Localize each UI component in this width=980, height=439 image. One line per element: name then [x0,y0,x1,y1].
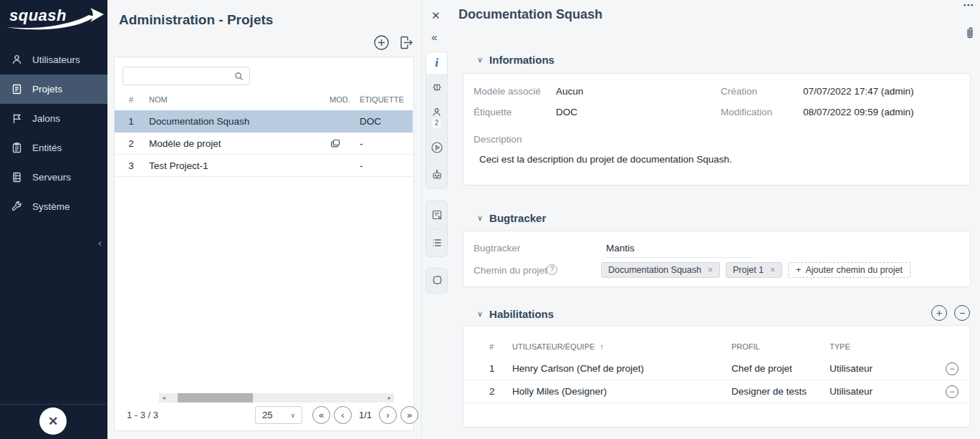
tag-label: Étiquette [474,107,511,117]
sidebar-item-serveurs[interactable]: Serveurs [0,163,107,192]
detail-close-button[interactable]: ✕ [431,9,441,22]
tag-value[interactable]: DOC [556,107,577,117]
sidebar-item-projets[interactable]: Projets [0,74,107,104]
tab-automation[interactable] [426,161,447,188]
section-informations-header: ∨ Informations [477,54,554,66]
row-type: Utilisateur [830,386,934,397]
description-label: Description [474,134,522,145]
sidebar-collapse-chevron[interactable]: ‹ [98,236,102,249]
col-profil[interactable]: PROFIL [731,342,830,351]
row-profil[interactable]: Chef de projet [731,363,830,374]
projects-table-header: # NOM MOD. ÉTIQUETTE [115,89,413,110]
row-type: Utilisateur [830,363,934,374]
page-size-select[interactable]: 25 ∨ [255,406,302,424]
first-page-button[interactable]: « [312,406,330,424]
section-heading: Informations [489,54,554,66]
add-habilitation-button[interactable]: + [931,305,947,321]
habilitation-row[interactable]: 2 Holly Miles (Designer) Designer de tes… [463,380,970,403]
description-value[interactable]: Ceci est la description du projet de doc… [479,154,732,165]
tab-bugtracker[interactable] [426,74,447,100]
panel-divider [421,0,422,439]
search-icon [234,72,244,81]
scroll-left-arrow[interactable]: ◂ [159,393,168,402]
row-num: 2 [115,138,148,149]
more-menu-button[interactable]: ⋯ [963,0,974,11]
table-row[interactable]: 1 Documentation Squash DOC [115,110,413,132]
bugtracker-card: Bugtracker Mantis Chemin du projet ? Doc… [463,231,971,287]
bug-icon [431,80,443,93]
habilitation-row[interactable]: 1 Henry Carlson (Chef de projet) Chef de… [463,357,970,380]
model-value[interactable]: Aucun [556,86,583,97]
col-nom[interactable]: NOM [148,95,330,104]
row-profil[interactable]: Designer de tests [731,386,830,397]
remove-row-button[interactable]: − [946,362,959,375]
search-input[interactable] [128,68,232,84]
bugtracker-value[interactable]: Mantis [606,243,753,258]
project-file-icon [11,83,23,95]
sidebar-item-jalons[interactable]: Jalons [0,104,107,133]
list-icon [431,236,443,249]
remove-habilitation-button[interactable]: − [954,305,970,321]
user-icon [11,54,23,66]
help-icon[interactable]: ? [547,264,557,275]
tab-informations[interactable]: i [426,52,447,74]
sidebar-item-label: Entités [32,143,62,153]
sort-asc-icon[interactable]: ↑ [600,342,604,351]
tab-executions[interactable] [426,134,447,161]
export-button[interactable] [398,34,414,51]
server-icon [11,171,23,183]
path-chip[interactable]: Projet 1 × [726,262,782,278]
detail-toolbar-main: i 2 [426,52,448,189]
row-action: − [934,385,959,398]
scroll-right-arrow[interactable]: ▸ [385,393,394,402]
add-project-path-button[interactable]: + Ajouter chemin du projet [788,262,911,278]
tab-habilitations[interactable]: 2 [426,100,447,134]
add-project-button[interactable] [373,34,390,51]
col-type[interactable]: TYPE [830,342,934,351]
project-path-chips: Documentation Squash × Projet 1 × + Ajou… [601,262,911,278]
chevron-down-icon[interactable]: ∨ [477,213,483,223]
col-mod[interactable]: MOD. [330,95,360,104]
close-administration-button[interactable]: ✕ [39,407,67,435]
flag-icon [11,112,23,125]
chip-remove-icon[interactable]: × [708,265,713,275]
prev-page-button[interactable]: ‹ [334,406,352,424]
informations-card: Modèle associé Aucun Création 07/07/2022… [463,73,971,185]
path-chip[interactable]: Documentation Squash × [601,262,720,278]
last-page-button[interactable]: » [400,406,418,424]
tab-plugins[interactable] [426,269,447,293]
chip-label: Documentation Squash [608,265,701,275]
chevron-down-icon[interactable]: ∨ [477,309,483,319]
tab-reports[interactable] [426,201,447,228]
clipboard-icon [11,142,23,154]
paperclip-icon [964,26,976,40]
section-habilitations-header: ∨ Habilitations [477,308,554,320]
sidebar-item-entites[interactable]: Entités [0,133,107,163]
row-name: Documentation Squash [148,116,330,127]
chip-remove-icon[interactable]: × [770,265,775,275]
pagination: « ‹ 1/1 › » [312,406,418,424]
plus-icon: + [796,265,801,275]
row-num: 3 [115,160,148,171]
list-actions [373,34,414,51]
attachments-button[interactable] [964,26,976,40]
table-row[interactable]: 2 Modèle de projet - [115,132,413,155]
horizontal-scrollbar[interactable]: ◂ ▸ [159,393,394,402]
chevron-down-icon[interactable]: ∨ [477,55,483,64]
tab-list[interactable] [426,229,447,256]
row-action: − [934,362,959,375]
next-page-button[interactable]: › [379,406,397,424]
remove-row-button[interactable]: − [946,385,959,398]
sidebar-item-utilisateurs[interactable]: Utilisateurs [0,45,107,74]
col-user-label: UTILISATEUR/ÉQUIPE [512,342,595,351]
detail-collapse-button[interactable]: « [431,31,437,43]
col-user[interactable]: UTILISATEUR/ÉQUIPE ↑ [512,342,731,351]
detail-toolbar-plugins [426,268,448,294]
row-user: Holly Miles (Designer) [512,386,731,397]
col-etiquette[interactable]: ÉTIQUETTE [360,95,413,104]
row-num: 1 [115,116,148,127]
sidebar-item-systeme[interactable]: Système [0,192,107,221]
scrollbar-thumb[interactable] [178,393,253,402]
bugtracker-label: Bugtracker [474,243,520,254]
table-row[interactable]: 3 Test Project-1 - [115,155,413,177]
